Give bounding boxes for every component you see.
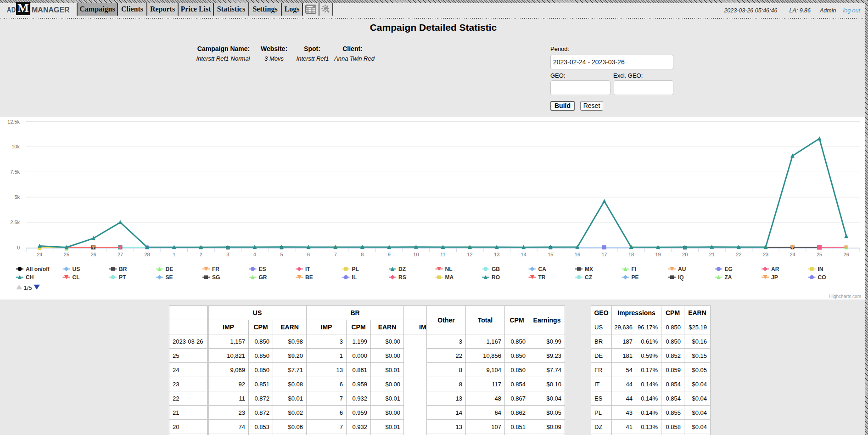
svg-text:EG: EG (725, 266, 733, 272)
svg-text:FI: FI (632, 266, 637, 272)
svg-text:RS: RS (398, 274, 406, 281)
svg-text:IQ: IQ (678, 274, 684, 281)
svg-text:FR: FR (212, 266, 219, 272)
svg-text:5k: 5k (14, 194, 20, 200)
svg-text:19: 19 (655, 252, 661, 257)
svg-text:GB: GB (492, 266, 500, 272)
svg-text:JP: JP (771, 274, 778, 281)
svg-text:17: 17 (601, 252, 607, 257)
svg-text:TR: TR (538, 274, 546, 281)
svg-text:Highcharts.com: Highcharts.com (829, 294, 861, 299)
svg-text:28: 28 (144, 252, 150, 257)
svg-text:8: 8 (361, 252, 364, 257)
svg-text:ES: ES (259, 266, 266, 272)
svg-text:10: 10 (413, 252, 419, 257)
svg-text:GR: GR (259, 274, 267, 281)
svg-text:BR: BR (119, 266, 127, 272)
svg-text:24: 24 (37, 252, 42, 257)
svg-text:All on/off: All on/off (26, 266, 50, 272)
svg-text:3: 3 (226, 252, 229, 257)
svg-text:IL: IL (352, 274, 357, 281)
svg-text:12.5k: 12.5k (7, 119, 20, 124)
svg-text:MX: MX (585, 266, 593, 272)
svg-text:MA: MA (445, 274, 454, 281)
svg-text:25: 25 (64, 252, 69, 257)
svg-text:US: US (73, 266, 80, 272)
svg-text:CL: CL (73, 274, 80, 281)
svg-text:1: 1 (173, 252, 175, 257)
svg-text:SE: SE (166, 274, 173, 281)
svg-text:PL: PL (352, 266, 359, 272)
svg-text:IT: IT (305, 266, 310, 272)
svg-text:7.5k: 7.5k (10, 169, 20, 175)
svg-text:CZ: CZ (585, 274, 592, 281)
svg-text:2: 2 (200, 252, 202, 257)
svg-text:22: 22 (736, 252, 741, 257)
svg-text:15: 15 (548, 252, 553, 257)
svg-text:18: 18 (628, 252, 634, 257)
svg-text:CO: CO (818, 274, 826, 281)
svg-text:24: 24 (790, 252, 795, 257)
svg-text:25: 25 (817, 252, 822, 257)
svg-text:0: 0 (17, 245, 20, 250)
svg-text:23: 23 (763, 252, 768, 257)
svg-text:26: 26 (844, 252, 849, 257)
svg-text:21: 21 (709, 252, 715, 257)
svg-text:5: 5 (280, 252, 283, 257)
svg-text:AR: AR (771, 266, 779, 272)
svg-text:13: 13 (494, 252, 499, 257)
svg-text:1/5: 1/5 (24, 284, 32, 291)
svg-text:PE: PE (632, 274, 639, 281)
svg-text:RO: RO (492, 274, 500, 281)
svg-text:IN: IN (818, 266, 823, 272)
svg-text:PT: PT (119, 274, 126, 281)
svg-text:2.5k: 2.5k (10, 220, 20, 225)
svg-text:SG: SG (212, 274, 220, 281)
svg-text:27: 27 (118, 252, 123, 257)
svg-text:4: 4 (253, 252, 256, 257)
svg-text:ZA: ZA (725, 274, 732, 281)
svg-text:14: 14 (521, 252, 526, 257)
svg-text:DE: DE (166, 266, 174, 272)
svg-text:BE: BE (305, 274, 313, 281)
svg-text:9: 9 (388, 252, 391, 257)
svg-text:12: 12 (467, 252, 472, 257)
svg-text:6: 6 (307, 252, 310, 257)
svg-text:AU: AU (678, 266, 686, 272)
svg-text:7: 7 (334, 252, 337, 257)
svg-text:20: 20 (682, 252, 688, 257)
svg-text:11: 11 (440, 252, 445, 257)
svg-text:NL: NL (445, 266, 453, 272)
svg-text:16: 16 (575, 252, 580, 257)
svg-text:CA: CA (538, 266, 547, 272)
svg-text:CH: CH (26, 274, 34, 281)
svg-text:26: 26 (90, 252, 96, 257)
svg-text:DZ: DZ (398, 266, 406, 272)
svg-text:10k: 10k (11, 144, 20, 149)
